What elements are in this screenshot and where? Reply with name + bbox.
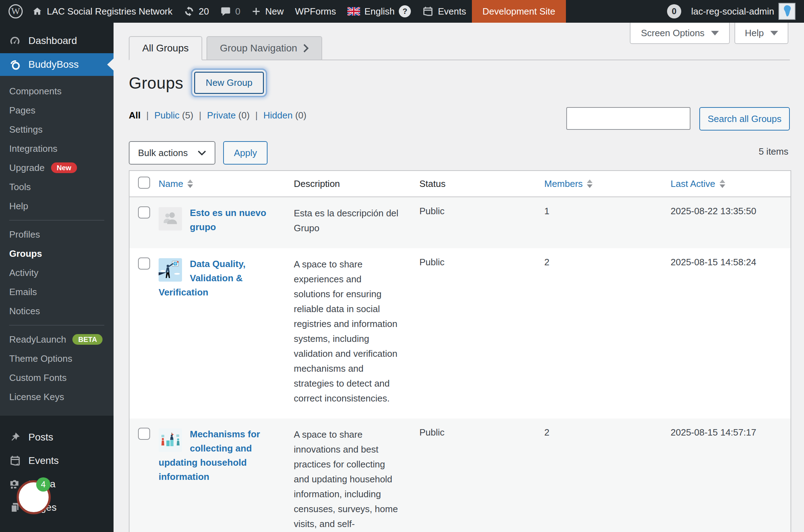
notifications-indicator[interactable]: 0: [663, 0, 685, 23]
sidebar-item-upgrade[interactable]: Upgrade New: [0, 158, 114, 177]
wordpress-logo-icon: W: [9, 4, 23, 18]
group-members: 2: [539, 248, 665, 419]
row-checkbox[interactable]: [138, 257, 150, 270]
apply-button[interactable]: Apply: [223, 141, 268, 165]
group-avatar-illustration: [159, 258, 182, 282]
page-title: Groups: [129, 73, 183, 93]
group-status: Public: [414, 248, 539, 419]
search-all-groups-button[interactable]: Search all Groups: [699, 107, 790, 131]
sidebar-item-groups[interactable]: Groups: [0, 244, 114, 263]
main-content: All Groups Group Navigation Groups New G…: [114, 23, 804, 532]
sidebar-item-custom-fonts[interactable]: Custom Fonts: [0, 368, 114, 387]
sidebar-item-posts[interactable]: Posts: [0, 426, 114, 449]
calendar-icon: [9, 455, 21, 467]
sort-arrows-icon: [720, 179, 725, 188]
language-label: English: [364, 6, 395, 17]
group-members: 1: [539, 197, 665, 248]
sort-arrows-icon: [587, 179, 593, 188]
site-name: LAC Social Registries Network: [47, 6, 172, 17]
filter-public[interactable]: Public (5): [154, 110, 193, 121]
beta-badge: BETA: [72, 334, 103, 345]
sidebar-item-integrations[interactable]: Integrations: [0, 139, 114, 158]
table-header-row: Name Description Status Members Last Act…: [130, 171, 791, 197]
plus-icon: [252, 7, 261, 16]
language-switcher[interactable]: English ?: [342, 0, 417, 23]
group-avatar-illustration: [159, 428, 182, 452]
filter-all[interactable]: All: [129, 110, 141, 121]
table-row: Esto es un nuevo grupo Esta es la descri…: [130, 197, 791, 248]
sidebar-item-tools[interactable]: Tools: [0, 177, 114, 196]
tab-all-groups[interactable]: All Groups: [129, 36, 202, 60]
submenu-divider: [9, 325, 104, 326]
tab-group-navigation[interactable]: Group Navigation: [206, 36, 322, 60]
row-checkbox[interactable]: [138, 206, 150, 218]
sidebar-item-help[interactable]: Help: [0, 196, 114, 216]
chevron-right-icon: [303, 44, 309, 53]
sort-arrows-icon: [187, 179, 193, 188]
new-content-link[interactable]: New: [246, 0, 289, 23]
group-last-active: 2025-08-15 14:57:17: [665, 419, 791, 532]
new-group-button[interactable]: New Group: [194, 72, 264, 94]
filter-hidden[interactable]: Hidden (0): [263, 110, 306, 121]
calendar-icon: [422, 6, 434, 17]
sidebar-item-pages[interactable]: Pages: [0, 101, 114, 120]
sidebar-item-emails[interactable]: Emails: [0, 282, 114, 301]
updates-icon: [184, 6, 194, 17]
count-badge: 4: [36, 477, 50, 492]
sort-by-name[interactable]: Name: [159, 178, 193, 189]
sidebar-item-activity[interactable]: Activity: [0, 263, 114, 282]
group-description: Esta es la descripción del Grupo: [288, 197, 414, 248]
chevron-down-icon: [711, 31, 719, 35]
default-group-avatar: [159, 207, 182, 231]
sidebar-item-dashboard[interactable]: Dashboard: [0, 31, 114, 51]
sidebar-item-notices[interactable]: Notices: [0, 301, 114, 321]
user-avatar: [778, 3, 795, 20]
environment-badge: Development Site: [472, 0, 566, 23]
sidebar-item-buddyboss[interactable]: BuddyBoss: [0, 53, 114, 76]
select-all-checkbox[interactable]: [138, 177, 150, 189]
wordpress-menu[interactable]: W: [5, 0, 26, 23]
updates-link[interactable]: 20: [178, 0, 215, 23]
username: lac-reg-social-admin: [691, 6, 774, 17]
items-count: 5 items: [759, 146, 788, 157]
sidebar-item-readylaunch[interactable]: ReadyLaunch BETA: [0, 330, 114, 349]
current-menu-arrow-icon: [107, 59, 114, 71]
screen-options-button[interactable]: Screen Options: [630, 23, 730, 44]
group-last-active: 2025-08-22 13:35:50: [665, 197, 791, 248]
group-name-link[interactable]: Esto es un nuevo grupo: [190, 207, 266, 232]
search-input[interactable]: [566, 107, 690, 130]
group-description: A space to share experiences and solutio…: [288, 248, 414, 419]
sidebar-item-theme-options[interactable]: Theme Options: [0, 349, 114, 368]
sort-by-members[interactable]: Members: [544, 178, 593, 189]
updates-count: 20: [199, 6, 209, 17]
filter-private[interactable]: Private (0): [207, 110, 250, 121]
pushpin-icon: [9, 431, 21, 443]
sidebar-item-profiles[interactable]: Profiles: [0, 225, 114, 244]
comments-icon: [220, 6, 231, 17]
events-adminbar-link[interactable]: Events: [417, 0, 472, 23]
comments-count: 0: [235, 6, 240, 17]
sidebar-item-license-keys[interactable]: License Keys: [0, 387, 114, 406]
sidebar-item-settings[interactable]: Settings: [0, 120, 114, 139]
bulk-actions-select[interactable]: Bulk actions: [129, 141, 215, 165]
wpforms-link[interactable]: WPForms: [289, 0, 342, 23]
site-name-link[interactable]: LAC Social Registries Network: [26, 0, 178, 23]
comments-link[interactable]: 0: [215, 0, 246, 23]
group-last-active: 2025-08-15 14:58:24: [665, 248, 791, 419]
sidebar-item-components[interactable]: Components: [0, 82, 114, 101]
group-status: Public: [414, 419, 539, 532]
help-button[interactable]: Help: [734, 23, 788, 44]
dashboard-gauge-icon: [9, 35, 21, 47]
wpforms-label: WPForms: [295, 6, 336, 17]
row-checkbox[interactable]: [138, 428, 150, 440]
sort-by-last-active[interactable]: Last Active: [671, 178, 725, 189]
header-description: Description: [288, 171, 414, 197]
sidebar: Dashboard BuddyBoss Components Pages Set…: [0, 23, 114, 532]
sidebar-item-events[interactable]: Events: [0, 449, 114, 472]
account-menu[interactable]: lac-reg-social-admin: [688, 0, 799, 23]
sidebar-item-label: BuddyBoss: [28, 59, 79, 70]
submenu-divider: [9, 220, 104, 221]
notification-count: 0: [667, 4, 681, 18]
group-status: Public: [414, 197, 539, 248]
admin-bar: W LAC Social Registries Network 20 0 New…: [0, 0, 804, 23]
